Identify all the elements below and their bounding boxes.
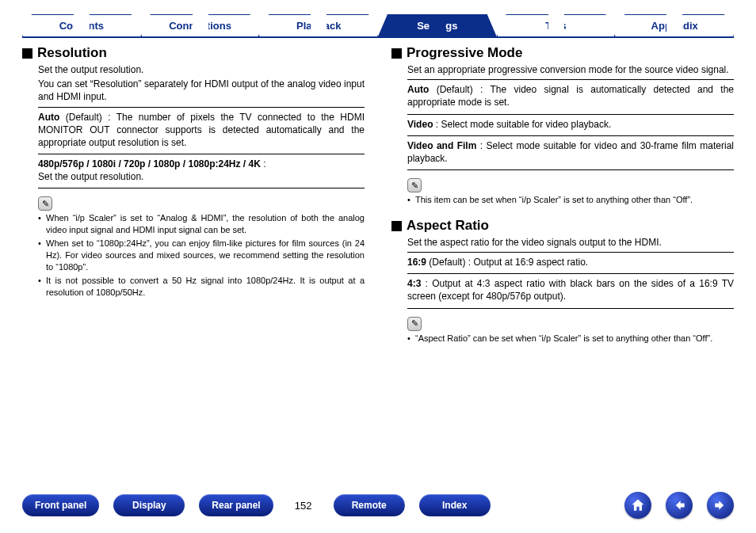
progressive-row: Video : Select mode suitable for video p…: [407, 116, 734, 132]
option-default: :: [476, 140, 486, 151]
divider: [407, 252, 734, 253]
heading-text: Aspect Ratio: [407, 217, 489, 235]
option-key: 480p/576p / 1080i / 720p / 1080p / 1080p…: [38, 158, 261, 169]
divider: [407, 169, 734, 170]
pencil-note-icon: ✎: [38, 196, 52, 211]
divider: [38, 188, 365, 188]
aspect-row: 16:9 (Default) : Output at 16:9 aspect r…: [407, 254, 734, 270]
option-desc: Output at 4:3 aspect ratio with black ba…: [407, 278, 734, 302]
heading-resolution: Resolution: [22, 44, 365, 63]
pencil-note-icon: ✎: [407, 178, 422, 192]
aspect-intro: Set the aspect ratio for the video signa…: [407, 236, 734, 249]
divider: [407, 114, 734, 115]
option-sep: :: [261, 158, 266, 169]
pencil-note-icon: ✎: [407, 317, 422, 331]
remote-button[interactable]: Remote: [334, 494, 405, 516]
option-key: Auto: [38, 112, 59, 123]
progressive-row: Auto (Default) : The video signal is aut…: [407, 82, 734, 110]
tab-appendix[interactable]: Appendix: [615, 14, 734, 36]
button-label: Front panel: [35, 500, 86, 511]
display-button[interactable]: Display: [113, 494, 185, 516]
tab-contents[interactable]: Contents: [22, 14, 141, 36]
option-desc: Select mode suitable for video playback.: [441, 119, 611, 130]
arrow-right-icon: [712, 497, 728, 513]
square-bullet-icon: [22, 48, 32, 59]
option-default: (Default) :: [59, 112, 116, 123]
square-bullet-icon: [391, 48, 402, 59]
home-button[interactable]: [624, 492, 651, 519]
top-tabs: Contents Connections Playback Settings T…: [22, 14, 734, 38]
divider: [407, 273, 734, 274]
page-number: 152: [288, 500, 319, 512]
tab-label: Contents: [59, 20, 104, 32]
button-label: Rear panel: [212, 500, 260, 511]
section-resolution: Resolution Set the output resolution. Yo…: [22, 44, 365, 298]
tab-connections[interactable]: Connections: [141, 14, 260, 36]
tab-label: Settings: [417, 20, 457, 32]
note-item: This item can be set when “i/p Scaler” i…: [407, 194, 734, 206]
index-button[interactable]: Index: [419, 494, 491, 516]
section-progressive: Progressive Mode Set an appropriate prog…: [391, 44, 734, 206]
heading-text: Progressive Mode: [407, 44, 522, 63]
option-default: :: [421, 278, 432, 289]
aspect-row: 4:3 : Output at 4:3 aspect ratio with bl…: [407, 276, 734, 304]
tab-label: Connections: [169, 20, 231, 32]
right-column: Progressive Mode Set an appropriate prog…: [391, 44, 734, 355]
arrow-left-icon: [671, 497, 687, 513]
option-default: (Default) :: [429, 84, 490, 95]
option-key: Video: [407, 119, 433, 130]
square-bullet-icon: [391, 221, 402, 231]
option-default: (Default) :: [426, 257, 473, 268]
prev-page-button[interactable]: [666, 492, 693, 519]
left-column: Resolution Set the output resolution. Yo…: [22, 44, 365, 355]
resolution-intro-1: Set the output resolution.: [38, 63, 365, 76]
note-item: When set to “1080p:24Hz”, you can enjoy …: [38, 238, 365, 273]
section-aspect: Aspect Ratio Set the aspect ratio for th…: [391, 217, 734, 345]
note-item: It is not possible to convert a 50 Hz si…: [38, 275, 365, 299]
divider: [407, 308, 734, 309]
next-page-button[interactable]: [707, 492, 734, 519]
divider: [407, 135, 734, 136]
rear-panel-button[interactable]: Rear panel: [199, 494, 273, 516]
resolution-intro-2: You can set “Resolution” separately for …: [38, 78, 365, 103]
content-columns: Resolution Set the output resolution. Yo…: [22, 44, 734, 355]
tab-playback[interactable]: Playback: [259, 14, 378, 36]
resolution-row-modes: 480p/576p / 1080i / 720p / 1080p / 1080p…: [38, 156, 365, 185]
heading-text: Resolution: [37, 44, 107, 63]
tab-label: Tips: [545, 20, 567, 32]
divider: [38, 154, 365, 154]
button-label: Display: [132, 500, 166, 511]
tab-label: Appendix: [651, 20, 698, 32]
heading-progressive: Progressive Mode: [391, 44, 734, 63]
option-desc: Set the output resolution.: [38, 171, 143, 182]
progressive-intro: Set an appropriate progressive conversio…: [407, 63, 734, 76]
footer-nav: Front panel Display Rear panel 152 Remot…: [0, 492, 756, 519]
front-panel-button[interactable]: Front panel: [22, 494, 99, 516]
aspect-notes: “Aspect Ratio” can be set when “i/p Scal…: [407, 333, 734, 345]
divider: [407, 79, 734, 80]
resolution-notes: When “i/p Scaler” is set to “Analog & HD…: [38, 212, 365, 298]
progressive-row: Video and Film : Select mode suitable fo…: [407, 138, 734, 166]
button-label: Index: [442, 500, 467, 511]
tab-tips[interactable]: Tips: [497, 14, 616, 36]
tab-settings[interactable]: Settings: [378, 14, 497, 36]
button-label: Remote: [352, 500, 387, 511]
divider: [38, 107, 365, 108]
option-key: Auto: [407, 84, 429, 95]
home-icon: [630, 497, 646, 513]
option-default: :: [433, 119, 441, 130]
tab-label: Playback: [296, 20, 341, 32]
heading-aspect: Aspect Ratio: [391, 217, 734, 235]
note-item: When “i/p Scaler” is set to “Analog & HD…: [38, 212, 365, 236]
option-key: 16:9: [407, 257, 426, 268]
resolution-row-auto: Auto (Default) : The number of pixels th…: [38, 109, 365, 151]
option-key: 4:3: [407, 278, 421, 289]
note-item: “Aspect Ratio” can be set when “i/p Scal…: [407, 333, 734, 345]
option-desc: Output at 16:9 aspect ratio.: [473, 257, 588, 268]
progressive-notes: This item can be set when “i/p Scaler” i…: [407, 194, 734, 206]
option-key: Video and Film: [407, 140, 476, 151]
